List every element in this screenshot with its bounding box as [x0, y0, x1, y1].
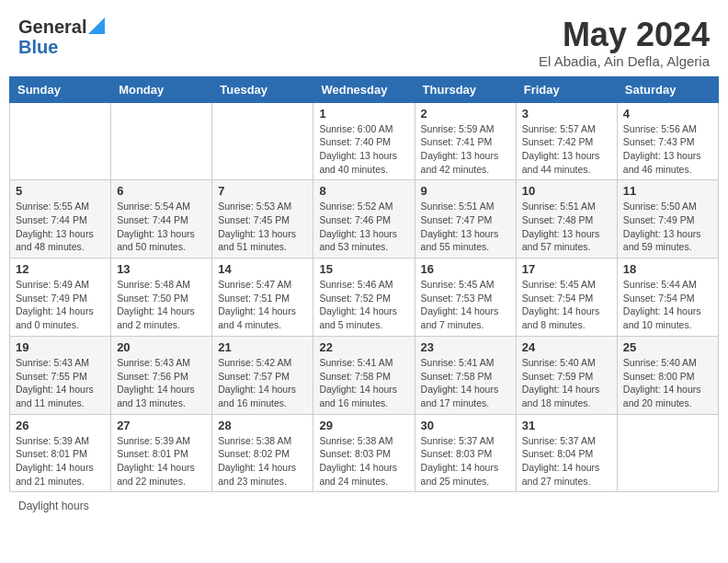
calendar-cell: 7Sunrise: 5:53 AMSunset: 7:45 PMDaylight…	[212, 180, 313, 259]
calendar-cell: 14Sunrise: 5:47 AMSunset: 7:51 PMDayligh…	[212, 259, 313, 337]
day-number: 28	[218, 419, 307, 432]
day-info: Sunrise: 5:51 AMSunset: 7:48 PMDaylight:…	[522, 200, 611, 254]
day-info: Sunrise: 5:42 AMSunset: 7:57 PMDaylight:…	[218, 356, 307, 410]
calendar-header-friday: Friday	[516, 76, 617, 102]
calendar-week-4: 19Sunrise: 5:43 AMSunset: 7:55 PMDayligh…	[10, 336, 719, 414]
calendar-cell: 21Sunrise: 5:42 AMSunset: 7:57 PMDayligh…	[212, 336, 313, 414]
day-number: 23	[421, 340, 510, 354]
calendar-cell: 9Sunrise: 5:51 AMSunset: 7:47 PMDaylight…	[415, 180, 516, 259]
day-info: Sunrise: 5:55 AMSunset: 7:44 PMDaylight:…	[16, 200, 105, 254]
day-number: 27	[117, 419, 206, 432]
day-info: Sunrise: 5:38 AMSunset: 8:03 PMDaylight:…	[319, 434, 408, 488]
day-info: Sunrise: 5:49 AMSunset: 7:49 PMDaylight:…	[16, 278, 105, 332]
day-number: 14	[218, 262, 307, 276]
logo: General Blue	[18, 17, 105, 58]
day-info: Sunrise: 5:46 AMSunset: 7:52 PMDaylight:…	[319, 278, 408, 332]
day-info: Sunrise: 5:43 AMSunset: 7:55 PMDaylight:…	[16, 356, 105, 410]
day-number: 21	[218, 340, 307, 354]
day-number: 19	[16, 340, 105, 354]
calendar-cell	[212, 102, 313, 180]
calendar-cell: 28Sunrise: 5:38 AMSunset: 8:02 PMDayligh…	[212, 414, 313, 492]
day-info: Sunrise: 5:39 AMSunset: 8:01 PMDaylight:…	[117, 434, 206, 488]
day-number: 5	[16, 184, 105, 198]
day-info: Sunrise: 5:57 AMSunset: 7:42 PMDaylight:…	[522, 122, 611, 177]
day-info: Sunrise: 5:40 AMSunset: 8:00 PMDaylight:…	[623, 356, 712, 410]
day-info: Sunrise: 5:48 AMSunset: 7:50 PMDaylight:…	[117, 278, 206, 332]
calendar-week-2: 5Sunrise: 5:55 AMSunset: 7:44 PMDaylight…	[10, 180, 719, 259]
day-info: Sunrise: 5:39 AMSunset: 8:01 PMDaylight:…	[16, 434, 105, 488]
day-number: 30	[421, 419, 510, 432]
calendar-cell: 27Sunrise: 5:39 AMSunset: 8:01 PMDayligh…	[111, 414, 212, 492]
day-number: 1	[319, 107, 408, 121]
calendar-cell: 26Sunrise: 5:39 AMSunset: 8:01 PMDayligh…	[10, 414, 111, 492]
calendar-cell: 3Sunrise: 5:57 AMSunset: 7:42 PMDaylight…	[516, 102, 617, 180]
calendar-header-monday: Monday	[111, 76, 212, 102]
calendar-cell: 11Sunrise: 5:50 AMSunset: 7:49 PMDayligh…	[617, 180, 718, 259]
calendar-table: SundayMondayTuesdayWednesdayThursdayFrid…	[9, 76, 719, 493]
month-title: May 2024	[539, 17, 710, 53]
day-info: Sunrise: 5:37 AMSunset: 8:03 PMDaylight:…	[421, 434, 510, 488]
day-number: 4	[623, 107, 712, 121]
day-info: Sunrise: 5:41 AMSunset: 7:58 PMDaylight:…	[421, 356, 510, 410]
day-number: 26	[16, 419, 105, 432]
calendar-week-3: 12Sunrise: 5:49 AMSunset: 7:49 PMDayligh…	[10, 259, 719, 337]
calendar-header-saturday: Saturday	[617, 76, 718, 102]
day-info: Sunrise: 5:37 AMSunset: 8:04 PMDaylight:…	[522, 434, 611, 488]
calendar-cell	[10, 102, 111, 180]
day-info: Sunrise: 5:44 AMSunset: 7:54 PMDaylight:…	[623, 278, 712, 332]
title-area: May 2024 El Abadia, Ain Defla, Algeria	[539, 17, 710, 69]
day-number: 18	[623, 262, 712, 276]
calendar-cell: 16Sunrise: 5:45 AMSunset: 7:53 PMDayligh…	[415, 259, 516, 337]
day-number: 24	[522, 340, 611, 354]
calendar-cell: 29Sunrise: 5:38 AMSunset: 8:03 PMDayligh…	[313, 414, 415, 492]
day-number: 16	[421, 262, 510, 276]
day-info: Sunrise: 5:43 AMSunset: 7:56 PMDaylight:…	[117, 356, 206, 410]
day-info: Sunrise: 5:56 AMSunset: 7:43 PMDaylight:…	[623, 122, 712, 177]
calendar-cell: 22Sunrise: 5:41 AMSunset: 7:58 PMDayligh…	[313, 336, 415, 414]
calendar-header-sunday: Sunday	[10, 76, 111, 102]
day-number: 20	[117, 340, 206, 354]
svg-marker-0	[88, 17, 105, 34]
calendar-cell: 15Sunrise: 5:46 AMSunset: 7:52 PMDayligh…	[313, 259, 415, 337]
logo-icon	[88, 17, 105, 34]
day-info: Sunrise: 6:00 AMSunset: 7:40 PMDaylight:…	[319, 122, 408, 177]
calendar-cell: 24Sunrise: 5:40 AMSunset: 7:59 PMDayligh…	[516, 336, 617, 414]
calendar-header-wednesday: Wednesday	[313, 76, 415, 102]
calendar-cell: 10Sunrise: 5:51 AMSunset: 7:48 PMDayligh…	[516, 180, 617, 259]
logo-text: General	[18, 17, 86, 37]
calendar-header-tuesday: Tuesday	[212, 76, 313, 102]
calendar-header-thursday: Thursday	[415, 76, 516, 102]
day-info: Sunrise: 5:45 AMSunset: 7:54 PMDaylight:…	[522, 278, 611, 332]
day-number: 25	[623, 340, 712, 354]
calendar-cell: 17Sunrise: 5:45 AMSunset: 7:54 PMDayligh…	[516, 259, 617, 337]
calendar-cell: 6Sunrise: 5:54 AMSunset: 7:44 PMDaylight…	[111, 180, 212, 259]
calendar-cell: 13Sunrise: 5:48 AMSunset: 7:50 PMDayligh…	[111, 259, 212, 337]
location: El Abadia, Ain Defla, Algeria	[539, 53, 710, 69]
day-info: Sunrise: 5:40 AMSunset: 7:59 PMDaylight:…	[522, 356, 611, 410]
day-number: 17	[522, 262, 611, 276]
day-number: 31	[522, 419, 611, 432]
calendar-cell: 4Sunrise: 5:56 AMSunset: 7:43 PMDaylight…	[617, 102, 718, 180]
day-number: 8	[319, 184, 408, 198]
day-info: Sunrise: 5:45 AMSunset: 7:53 PMDaylight:…	[421, 278, 510, 332]
daylight-label: Daylight hours	[18, 500, 89, 512]
calendar-week-1: 1Sunrise: 6:00 AMSunset: 7:40 PMDaylight…	[10, 102, 719, 180]
day-info: Sunrise: 5:41 AMSunset: 7:58 PMDaylight:…	[319, 356, 408, 410]
day-info: Sunrise: 5:52 AMSunset: 7:46 PMDaylight:…	[319, 200, 408, 254]
day-number: 13	[117, 262, 206, 276]
day-info: Sunrise: 5:54 AMSunset: 7:44 PMDaylight:…	[117, 200, 206, 254]
day-info: Sunrise: 5:51 AMSunset: 7:47 PMDaylight:…	[421, 200, 510, 254]
day-number: 6	[117, 184, 206, 198]
calendar-cell	[617, 414, 718, 492]
calendar-cell: 31Sunrise: 5:37 AMSunset: 8:04 PMDayligh…	[516, 414, 617, 492]
logo-blue-text: Blue	[18, 37, 58, 57]
day-info: Sunrise: 5:53 AMSunset: 7:45 PMDaylight:…	[218, 200, 307, 254]
calendar-cell: 2Sunrise: 5:59 AMSunset: 7:41 PMDaylight…	[415, 102, 516, 180]
day-number: 7	[218, 184, 307, 198]
calendar-cell	[111, 102, 212, 180]
day-info: Sunrise: 5:59 AMSunset: 7:41 PMDaylight:…	[421, 122, 510, 177]
calendar-cell: 18Sunrise: 5:44 AMSunset: 7:54 PMDayligh…	[617, 259, 718, 337]
calendar-header-row: SundayMondayTuesdayWednesdayThursdayFrid…	[10, 76, 719, 102]
day-number: 9	[421, 184, 510, 198]
calendar-cell: 25Sunrise: 5:40 AMSunset: 8:00 PMDayligh…	[617, 336, 718, 414]
